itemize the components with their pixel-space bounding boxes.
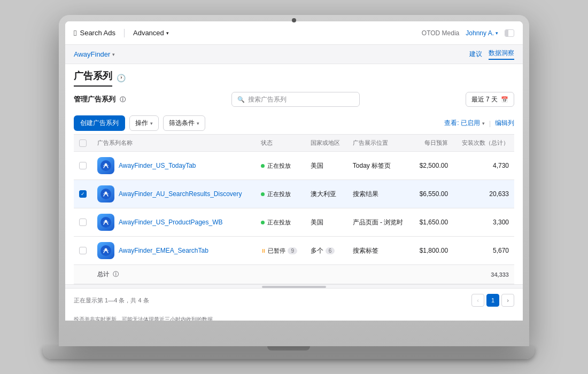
sub-nav-links: 建议 数据洞察 (469, 49, 514, 60)
total-row: 总计 ⓘ 34,333 (74, 265, 514, 284)
table-row: AwayFinder_US_TodayTab 正在投放 美国 Today 标签页… (74, 152, 514, 180)
table-header-row: 广告系列名称 状态 国家或地区 广告展示位置 每日预算 安装次数（总计） (74, 135, 514, 152)
search-icon: 🔍 (237, 96, 245, 103)
manage-title: 管理广告系列 ⓘ (74, 95, 126, 104)
action-chevron: ▾ (150, 121, 153, 126)
toolbar-left: 管理广告系列 ⓘ (74, 95, 126, 104)
action-bar-left: 创建广告系列 操作 ▾ 筛选条件 ▾ (74, 115, 205, 131)
info-note: 投否并非实时更新，可能无法体现最近三小时内收到的数据。 报告时区为: 美洲/洛杉… (65, 312, 523, 321)
installs-cell: 5,670 (453, 237, 514, 265)
campaign-name-container: AwayFinder_US_ProductPages_WB (97, 214, 250, 231)
status-dot (261, 192, 265, 196)
horizontal-scrollbar[interactable] (65, 284, 523, 289)
campaign-name-link[interactable]: AwayFinder_EMEA_SearchTab (119, 247, 208, 254)
status-count: 9 (288, 247, 297, 254)
col-header-country: 国家或地区 (305, 135, 347, 152)
account-selector[interactable]: AwayFinder ▾ (74, 50, 115, 58)
country-cell: 多个6 (305, 237, 347, 265)
table-footer: 正在显示第 1—4 条，共 4 条 ‹ 1 › (65, 289, 523, 312)
campaign-name-link[interactable]: AwayFinder_US_ProductPages_WB (119, 219, 223, 226)
row-checkbox-cell[interactable] (74, 208, 92, 237)
prev-page-button[interactable]: ‹ (471, 294, 484, 307)
campaign-name-cell: AwayFinder_US_TodayTab (92, 152, 256, 180)
installs-cell: 3,300 (453, 208, 514, 237)
filter-button[interactable]: 筛选条件 ▾ (163, 115, 205, 131)
row-checkbox[interactable] (79, 162, 87, 169)
status-text: 正在投放 (261, 190, 299, 198)
app-icon (97, 242, 114, 259)
total-placement (347, 265, 412, 284)
laptop-notch (267, 346, 310, 350)
total-status (256, 265, 305, 284)
user-menu[interactable]: Johnny A. ▾ (466, 29, 498, 37)
placement-cell: 搜索结果 (347, 180, 412, 208)
status-dot (261, 221, 265, 224)
status-cell: 正在投放 (256, 180, 305, 208)
campaign-name-link[interactable]: AwayFinder_US_TodayTab (119, 162, 196, 169)
edit-columns-button[interactable]: 编辑列 (495, 119, 514, 128)
account-name: AwayFinder (74, 50, 110, 58)
suggestions-link[interactable]: 建议 (469, 50, 482, 59)
campaigns-table: 广告系列名称 状态 国家或地区 广告展示位置 每日预算 安装次数（总计） (74, 134, 514, 284)
status-text: 正在投放 (261, 162, 299, 170)
total-text: 总计 (97, 271, 109, 277)
budget-cell: $6,550.00 (412, 180, 453, 208)
date-range-selector[interactable]: 最近 7 天 📅 (466, 92, 514, 107)
placement-cell: 产品页面 - 浏览时 (347, 208, 412, 237)
insights-link[interactable]: 数据洞察 (489, 49, 514, 60)
search-placeholder: 搜索广告系列 (248, 95, 287, 104)
advanced-mode-button[interactable]: Advanced ▾ (133, 29, 169, 37)
status-cell: ⏸已暂停9 (256, 237, 305, 265)
placement-cell: Today 标签页 (347, 152, 412, 180)
status-text: ⏸已暂停9 (261, 247, 299, 255)
total-budget (412, 265, 453, 284)
row-checkbox[interactable] (79, 247, 87, 254)
calendar-icon: 📅 (501, 96, 508, 103)
col-header-budget: 每日预算 (412, 135, 453, 152)
action-bar: 创建广告系列 操作 ▾ 筛选条件 ▾ 查看: 已启用 ▾ (65, 112, 523, 134)
org-name: OTOD Media (422, 29, 459, 37)
nav-divider (124, 29, 125, 37)
col-header-status: 状态 (256, 135, 305, 152)
pause-icon: ⏸ (261, 248, 266, 254)
create-campaign-button[interactable]: 创建广告系列 (74, 115, 125, 131)
select-all-checkbox[interactable] (79, 139, 87, 147)
placement-cell: 搜索标签 (347, 237, 412, 265)
account-chevron: ▾ (112, 52, 115, 57)
campaign-name-cell: AwayFinder_EMEA_SearchTab (92, 237, 256, 265)
total-empty (74, 265, 92, 284)
page-1-button[interactable]: 1 (486, 294, 499, 307)
row-checkbox-cell[interactable] (74, 237, 92, 265)
app-icon (97, 214, 114, 231)
app-icon (97, 185, 114, 202)
installs-cell: 4,730 (453, 152, 514, 180)
select-all-header[interactable] (74, 135, 92, 152)
campaign-name-cell: AwayFinder_US_ProductPages_WB (92, 208, 256, 237)
total-info-icon[interactable]: ⓘ (113, 271, 119, 277)
budget-cell: $2,500.00 (412, 152, 453, 180)
toolbar-right: 最近 7 天 📅 (466, 92, 514, 107)
col-header-name: 广告系列名称 (92, 135, 256, 152)
advanced-label: Advanced (133, 29, 164, 37)
apple-icon:  (74, 28, 76, 37)
laptop-base (43, 346, 535, 359)
next-page-button[interactable]: › (501, 294, 514, 307)
action-button[interactable]: 操作 ▾ (129, 115, 159, 131)
campaign-name-link[interactable]: AwayFinder_AU_SearchResults_Discovery (119, 190, 242, 198)
search-box[interactable]: 🔍 搜索广告系列 (231, 92, 360, 107)
scroll-thumb[interactable] (262, 286, 326, 288)
panel-toggle[interactable] (505, 29, 514, 37)
row-checkbox-cell[interactable] (74, 152, 92, 180)
row-checkbox-cell[interactable] (74, 180, 92, 208)
row-checkbox[interactable] (79, 190, 87, 198)
sub-nav: AwayFinder ▾ 建议 数据洞察 (65, 45, 523, 64)
country-cell: 美国 (305, 152, 347, 180)
row-checkbox[interactable] (79, 219, 87, 226)
budget-cell: $1,800.00 (412, 237, 453, 265)
toolbar: 管理广告系列 ⓘ 🔍 搜索广告系列 最近 7 天 📅 (65, 87, 523, 112)
manage-info-icon[interactable]: ⓘ (120, 96, 126, 103)
campaigns-table-container: 广告系列名称 状态 国家或地区 广告展示位置 每日预算 安装次数（总计） (65, 134, 523, 284)
status-text: 正在投放 (261, 219, 299, 227)
view-toggle[interactable]: 查看: 已启用 ▾ (444, 119, 485, 128)
advanced-chevron: ▾ (166, 30, 169, 36)
